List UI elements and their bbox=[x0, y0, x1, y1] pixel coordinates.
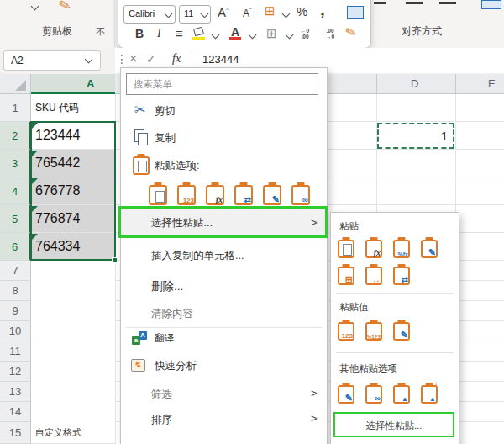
paste-icon[interactable] bbox=[338, 240, 354, 258]
borders-lines-icon[interactable]: ≡ bbox=[176, 26, 183, 40]
row-header[interactable]: 5 bbox=[0, 205, 31, 233]
row-header[interactable]: 13 bbox=[0, 382, 31, 402]
paste-formulas-icon[interactable]: fx bbox=[206, 185, 224, 205]
insert-function-icon[interactable]: fx bbox=[172, 52, 181, 66]
error-triangle-icon bbox=[32, 151, 38, 156]
grow-font-letter: A bbox=[218, 5, 226, 19]
merge-center-icon[interactable] bbox=[347, 6, 364, 19]
search-input[interactable] bbox=[126, 73, 318, 95]
paste-link-icon[interactable]: ∞ bbox=[291, 185, 310, 205]
row-header[interactable]: 4 bbox=[0, 177, 31, 205]
values-glyph: 123 bbox=[183, 198, 194, 204]
row-header[interactable]: 15 bbox=[0, 422, 31, 444]
italic-icon[interactable]: I bbox=[157, 27, 161, 40]
error-triangle-icon bbox=[32, 178, 38, 184]
menu-item-delete[interactable]: 删除... bbox=[151, 279, 183, 294]
row-header[interactable]: 9 bbox=[0, 301, 31, 321]
menu-item-clear-contents[interactable]: 清除内容 bbox=[151, 307, 193, 321]
menu-item-filter[interactable]: 筛选 bbox=[151, 388, 172, 402]
row-header[interactable]: 10 bbox=[0, 321, 31, 341]
paste-values-icon[interactable]: 123 bbox=[338, 322, 354, 341]
percent-style-icon[interactable]: % bbox=[297, 4, 307, 18]
paste-formulas-number-icon[interactable]: %fx bbox=[393, 240, 410, 258]
format-as-table-chevron-icon[interactable] bbox=[282, 10, 291, 18]
paste-picture-icon[interactable]: ▲ bbox=[393, 385, 410, 404]
paste-values-number-icon[interactable]: %123 bbox=[365, 322, 382, 341]
menu-separator bbox=[336, 352, 454, 353]
fill-color-chevron-icon[interactable] bbox=[212, 31, 220, 40]
row-header[interactable]: 11 bbox=[0, 341, 31, 362]
row-header[interactable]: 7 bbox=[0, 261, 31, 281]
paste-formatting-icon[interactable]: ✎ bbox=[338, 385, 354, 404]
comma-style-icon[interactable]: , bbox=[320, 0, 325, 19]
increase-decimal-bottom: →0 bbox=[326, 34, 334, 40]
bold-icon[interactable]: B bbox=[135, 27, 144, 40]
paste-formatting-icon[interactable]: ✎ bbox=[263, 185, 281, 205]
row-header[interactable]: 8 bbox=[0, 281, 31, 301]
clipboard-dialog-launcher-icon[interactable]: 不 bbox=[96, 26, 105, 39]
menu-item-quick-analysis[interactable]: 快速分析 bbox=[155, 359, 197, 373]
decrease-decimal-icon[interactable]: ←0.00 bbox=[297, 28, 313, 40]
confirm-icon[interactable]: ✓ bbox=[146, 52, 156, 66]
cell-a4[interactable]: 676778 bbox=[31, 177, 115, 205]
menu-item-insert-copied[interactable]: 插入复制的单元格... bbox=[151, 249, 244, 263]
menu-item-paste-options[interactable]: 粘贴选项: bbox=[155, 159, 199, 173]
link-glyph: ∞ bbox=[375, 394, 381, 403]
paste-values-icon[interactable]: 123 bbox=[177, 185, 196, 205]
paste-formatting-icon[interactable]: ✎ bbox=[421, 240, 438, 258]
paste-keep-width-icon[interactable]: ↔ bbox=[365, 267, 382, 285]
row-header[interactable]: 6 bbox=[0, 233, 31, 261]
submenu-paste-label: 粘贴 bbox=[339, 220, 359, 233]
column-header-d-label: D bbox=[411, 77, 418, 90]
more-dots-icon[interactable]: ⋮ bbox=[116, 52, 128, 66]
paste-icon[interactable] bbox=[149, 185, 167, 205]
cancel-icon[interactable]: × bbox=[129, 51, 137, 66]
paste-borders-icon[interactable]: ⊞ bbox=[338, 267, 354, 285]
row-header[interactable]: 2 bbox=[0, 122, 31, 150]
row-header[interactable]: 14 bbox=[0, 402, 31, 422]
fill-handle[interactable] bbox=[112, 257, 118, 263]
font-size-value: 11 bbox=[184, 8, 193, 18]
paste-transpose-icon[interactable]: ⇄ bbox=[234, 185, 253, 205]
menu-item-cut[interactable]: 剪切 bbox=[155, 104, 176, 119]
grow-font-icon[interactable]: A^ bbox=[218, 5, 229, 19]
cell-a5[interactable]: 776874 bbox=[31, 205, 115, 233]
translate-b-glyph: A bbox=[139, 331, 147, 340]
borders-grid-icon[interactable]: ⊞ bbox=[266, 26, 277, 41]
grid-glyph: ⊞ bbox=[345, 275, 353, 284]
fill-color-icon[interactable] bbox=[193, 27, 204, 37]
paste-formulas-icon[interactable]: fx bbox=[365, 240, 382, 258]
menu-item-sort[interactable]: 排序 bbox=[151, 413, 172, 427]
font-color-chevron-icon[interactable] bbox=[249, 31, 257, 40]
select-all-triangle-icon bbox=[15, 80, 26, 91]
format-painter-icon[interactable]: ✎ bbox=[344, 24, 359, 42]
lightning-glyph: ↯ bbox=[134, 360, 141, 369]
row-header[interactable]: 12 bbox=[0, 362, 31, 382]
borders-chevron-icon[interactable] bbox=[286, 31, 294, 40]
format-as-table-icon[interactable]: ⊞ bbox=[265, 3, 276, 18]
paste-link-icon[interactable]: ∞ bbox=[365, 385, 382, 404]
fill-color-bar bbox=[192, 37, 205, 40]
paste-values-formatting-icon[interactable]: ✎ bbox=[393, 322, 410, 341]
link-glyph: ∞ bbox=[302, 196, 308, 204]
cell-a2[interactable]: 123444 bbox=[31, 122, 115, 150]
shrink-font-icon[interactable]: Aˇ bbox=[243, 7, 252, 19]
paste-transpose-icon[interactable]: ⇄ bbox=[393, 267, 410, 285]
menu-item-copy[interactable]: 复制 bbox=[155, 131, 176, 145]
header-divider bbox=[455, 74, 456, 94]
cell-a15[interactable]: 自定义格式 bbox=[31, 422, 115, 444]
submenu-item-paste-special[interactable]: 选择性粘贴... bbox=[334, 420, 454, 432]
row-header[interactable]: 1 bbox=[0, 94, 31, 122]
paste-linked-picture-icon[interactable]: ▲ bbox=[421, 385, 438, 404]
submenu-other-options-label: 其他粘贴选项 bbox=[339, 362, 397, 375]
row-header[interactable]: 3 bbox=[0, 150, 31, 177]
brush-glyph: ✎ bbox=[401, 330, 408, 340]
cell-a6[interactable]: 764334 bbox=[31, 233, 115, 261]
cell-d2-copied[interactable]: 1 bbox=[377, 123, 454, 149]
increase-decimal-icon[interactable]: .00→0 bbox=[322, 28, 339, 40]
menu-item-translate[interactable]: 翻译 bbox=[155, 332, 174, 345]
cell-a1[interactable]: SKU 代码 bbox=[31, 94, 115, 122]
column-header-a[interactable] bbox=[31, 74, 115, 94]
menu-item-paste-special[interactable]: 选择性粘贴... bbox=[151, 216, 213, 230]
cell-a3[interactable]: 765442 bbox=[31, 150, 115, 177]
